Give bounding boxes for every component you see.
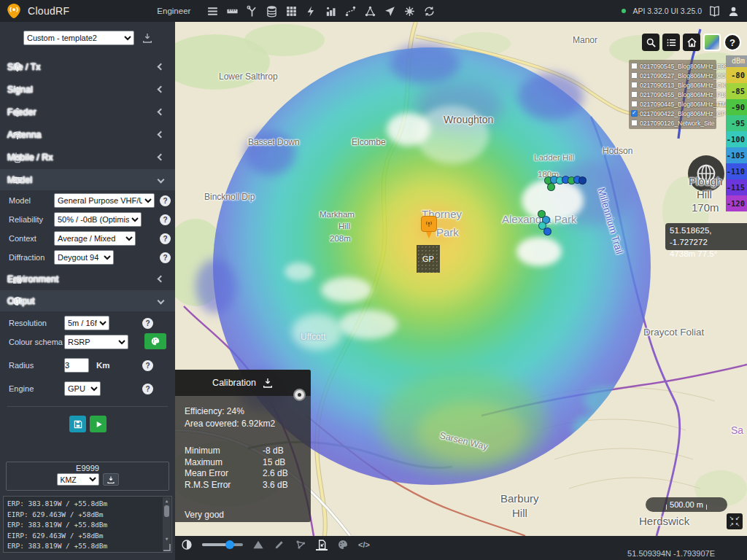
polygon-icon[interactable]: [295, 539, 306, 551]
power-bolt-icon[interactable]: [305, 5, 317, 18]
colour-schema-select[interactable]: RSRP: [64, 335, 128, 349]
reliability-help-button[interactable]: [160, 214, 171, 225]
basemap-switcher-button[interactable]: [703, 34, 721, 51]
map-label: Park: [436, 226, 459, 238]
calibration-panel: Calibration Efficiency: 24% Area covered…: [175, 370, 311, 522]
layer-name: 0217090445_Blog806MHz_ITM: [640, 101, 727, 108]
layer-checkbox[interactable]: [631, 82, 638, 88]
output-console[interactable]: ERP: 383.819W / +55.8dBm EIRP: 629.463W …: [3, 496, 172, 553]
layer-row[interactable]: 0217090126_Network_Site: [631, 118, 714, 128]
sidebar-item-output[interactable]: Output: [0, 290, 175, 311]
layer-row[interactable]: 0217090513_Blog806MHz_OKHATA: [631, 80, 714, 90]
terrain-triangle-icon[interactable]: [252, 539, 264, 551]
model-help-button[interactable]: [160, 195, 171, 206]
scroll-up-icon[interactable]: [163, 497, 171, 505]
map-canvas[interactable]: Manor Lower Salthrop Wroughton Basset Do…: [175, 22, 747, 536]
user-icon[interactable]: [727, 5, 740, 18]
sidebar-item-feeder[interactable]: Feeder: [0, 101, 175, 122]
layer-row[interactable]: 0217090455_Blog806MHz_P1812: [631, 90, 714, 99]
slider-handle[interactable]: [225, 540, 234, 549]
diffraction-help-button[interactable]: [160, 252, 171, 263]
mesh-links-icon[interactable]: [364, 5, 376, 18]
layer-row[interactable]: 0217090445_Blog806MHz_ITM: [631, 99, 714, 109]
layer-checkbox[interactable]: [631, 72, 638, 79]
sidebar-item-label: Signal: [7, 85, 33, 95]
navigate-icon[interactable]: [384, 5, 396, 18]
layer-row[interactable]: 0217090422_Blog806MHz_GP: [631, 109, 714, 118]
reliability-label: Reliability: [9, 215, 54, 224]
engine-help-button[interactable]: [142, 384, 153, 394]
opacity-slider[interactable]: [202, 539, 243, 551]
database-icon[interactable]: [266, 5, 278, 18]
resolution-help-button[interactable]: [142, 318, 153, 329]
map-help-button[interactable]: [724, 34, 741, 51]
pencil-icon[interactable]: [274, 539, 285, 551]
sidebar-item-model[interactable]: Model: [0, 169, 175, 190]
resolution-select[interactable]: 5m / 16ft: [64, 316, 109, 330]
layer-checkbox[interactable]: [631, 101, 638, 107]
template-select[interactable]: Custom - template2: [23, 31, 134, 45]
sidebar-item-environment[interactable]: Environment: [0, 268, 175, 289]
export-kml-icon[interactable]: [316, 539, 328, 551]
palette-icon[interactable]: [337, 539, 349, 551]
code-icon[interactable]: [358, 539, 370, 551]
export-format-select[interactable]: KMZ: [57, 473, 99, 486]
layer-checkbox[interactable]: [631, 63, 638, 69]
search-button[interactable]: [642, 34, 659, 51]
engine-select[interactable]: GPU: [64, 381, 101, 396]
reliability-select[interactable]: 50% / -0dB (Optimistic): [54, 212, 142, 227]
layer-checkbox[interactable]: [631, 120, 638, 126]
context-select[interactable]: Average / Mixed: [54, 231, 136, 246]
ruler-icon[interactable]: [226, 5, 239, 18]
layer-list-button[interactable]: [662, 34, 680, 51]
calibration-rating: Very good: [185, 509, 311, 521]
layer-name: 0217090455_Blog806MHz_P1812: [640, 91, 735, 98]
sidebar-item-signal[interactable]: Signal: [0, 79, 175, 100]
sidebar-item-antenna[interactable]: Antenna: [0, 124, 175, 145]
contrast-icon[interactable]: [181, 539, 193, 551]
best-site-icon[interactable]: [246, 5, 258, 18]
save-button[interactable]: [69, 416, 86, 432]
layer-checkbox[interactable]: [631, 110, 638, 117]
export-download-button[interactable]: [103, 473, 119, 486]
calibration-download-icon[interactable]: [262, 377, 274, 389]
menu-icon[interactable]: [206, 5, 219, 18]
cloudrf-logo-icon[interactable]: [6, 3, 22, 19]
multisite-grid-icon[interactable]: [285, 5, 298, 18]
calibration-header[interactable]: Calibration: [175, 370, 311, 396]
console-line: ERP: 383.819W / +55.8dBm: [7, 541, 160, 552]
map-label: Markham: [320, 210, 355, 219]
calibration-target-button[interactable]: [293, 389, 306, 401]
console-resize-handle[interactable]: [163, 544, 171, 551]
scroll-thumb[interactable]: [164, 505, 169, 517]
sidebar-item-label: Antenna: [7, 130, 42, 140]
layer-checkbox[interactable]: [631, 91, 638, 98]
diffraction-select[interactable]: Deygout 94: [54, 250, 114, 265]
layer-row[interactable]: 0217090527_Blog806MHz_COST231: [631, 71, 714, 80]
refresh-icon[interactable]: [423, 5, 436, 18]
home-button[interactable]: [683, 34, 700, 51]
docs-book-icon[interactable]: [708, 5, 721, 18]
measurement-point[interactable]: [543, 228, 551, 236]
template-download-icon[interactable]: [142, 32, 153, 44]
interference-icon[interactable]: [403, 5, 416, 18]
measurement-point[interactable]: [547, 183, 555, 191]
radius-input[interactable]: [64, 358, 89, 373]
scroll-down-icon[interactable]: [163, 535, 171, 542]
model-select[interactable]: General Purpose VHF/UHF/SHF: [54, 193, 155, 208]
run-simulation-button[interactable]: [90, 416, 107, 432]
map-label: Lower Salthrop: [219, 71, 278, 82]
context-help-button[interactable]: [160, 233, 171, 244]
stats-icon[interactable]: [325, 5, 337, 18]
collapse-map-icon[interactable]: [727, 513, 743, 529]
layer-row[interactable]: 0217090545_Blog806MHz_E9999: [631, 61, 714, 71]
transmitter-marker[interactable]: [421, 216, 437, 232]
radius-help-button[interactable]: [142, 360, 153, 371]
sidebar-item-mobile-rx[interactable]: Mobile / Rx: [0, 147, 175, 168]
sidebar-item-site-tx[interactable]: Site / Tx: [0, 56, 175, 77]
measurement-point[interactable]: [578, 176, 587, 184]
colour-key-button[interactable]: [144, 333, 166, 349]
chevron-left-icon: [158, 63, 165, 71]
console-scrollbar[interactable]: [163, 497, 171, 551]
route-icon[interactable]: [344, 5, 357, 18]
